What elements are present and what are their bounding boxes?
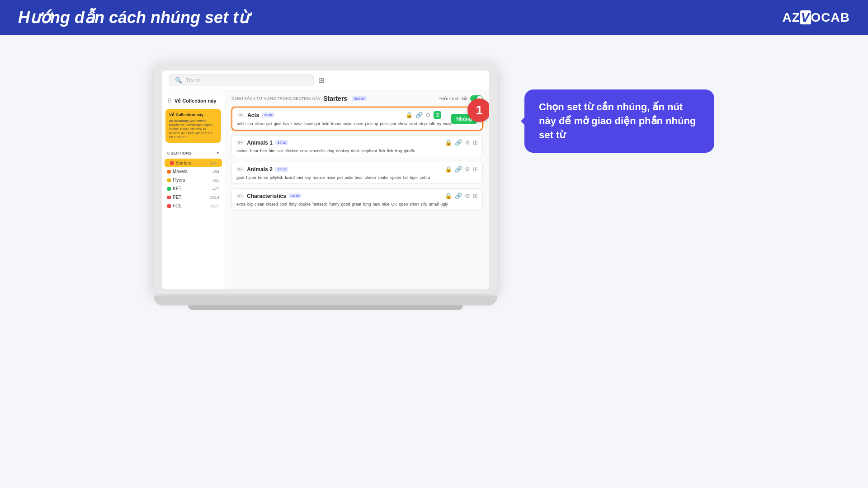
tooltip-container: Chọn set từ cần nhúng, ấn nút này để mở …	[524, 89, 714, 153]
settings-icon-characteristics[interactable]: ⚙	[465, 192, 470, 199]
section-header-name: Starters	[323, 95, 347, 102]
word-tag: hold	[322, 122, 330, 126]
word-tag: open	[354, 122, 363, 126]
word-count-animals2: 16 từ	[275, 167, 288, 172]
word-tags-characteristics: extra big clean closed cool dirty double…	[236, 202, 478, 206]
embed-icon-characteristics[interactable]: ⊞	[473, 192, 478, 199]
laptop-screen-outer: 🔍 Tra từ ... ⊞ ⠿ Về Collection này Về Co…	[154, 62, 497, 294]
card-icons-characteristics: 🔒 🔗 ⚙ ⊞	[445, 192, 478, 199]
word-tags-animals2: goat hippo horse jellyfish lizard monkey…	[236, 175, 478, 180]
word-set-card-animals2: 0+ Animals 2 16 từ 🔒 🔗 ⚙ ⊞	[231, 162, 483, 184]
level-badge-animals2: 0+	[236, 167, 244, 172]
word-tag: tiger	[410, 175, 418, 180]
word-tag: tail	[403, 175, 409, 180]
share-icon-acts[interactable]: 🔗	[415, 112, 423, 118]
word-tag: bird	[269, 149, 276, 153]
share-icon-animals2[interactable]: 🔗	[455, 166, 462, 173]
word-tag: frog	[395, 149, 402, 153]
lock-icon-characteristics[interactable]: 🔒	[445, 192, 452, 199]
word-tag: monkey	[297, 175, 311, 180]
word-tag: open	[399, 202, 408, 206]
word-count-characteristics: 20 từ	[289, 193, 302, 198]
card-title-row-characteristics: 0+ Characteristics 20 từ	[236, 193, 302, 199]
section-count-pet: 2014	[210, 195, 219, 200]
settings-icon-animals2[interactable]: ⚙	[465, 166, 470, 173]
header: Hướng dẫn cách nhúng set từ AZVOCAB	[0, 0, 868, 35]
section-movers[interactable]: Movers 484	[162, 167, 225, 176]
card-title-animals1: Animals 1	[247, 140, 273, 146]
section-count-flyers: 561	[212, 178, 219, 183]
word-tag: snake	[377, 175, 388, 180]
sections-label: 6 SECTIONS	[167, 151, 192, 155]
word-tag: horse	[258, 175, 269, 180]
section-header-row: DANH SÁCH TỪ VỰNG TRONG SECTION NÀY Star…	[231, 95, 483, 102]
word-tag: bear	[250, 149, 259, 153]
word-tag: try	[437, 122, 441, 126]
word-tag: double	[298, 202, 311, 206]
section-fce[interactable]: FCE 2571	[162, 202, 225, 210]
word-tag: new	[373, 202, 380, 206]
share-icon-animals1[interactable]: 🔗	[455, 139, 462, 146]
word-tag: fish	[379, 149, 385, 153]
word-tag: bee	[260, 149, 267, 153]
word-set-card-characteristics: 0+ Characteristics 20 từ 🔒 🔗 ⚙ ⊞	[231, 188, 483, 211]
laptop-screen: 🔍 Tra từ ... ⊞ ⠿ Về Collection này Về Co…	[162, 70, 489, 289]
collection-card-title: Về Collection này	[169, 113, 217, 117]
lock-icon-acts[interactable]: 🔒	[406, 112, 413, 118]
word-tag: cat	[278, 149, 283, 153]
search-box[interactable]: 🔍 Tra từ ...	[169, 74, 314, 86]
word-tag: nice	[382, 202, 390, 206]
word-tag: give	[274, 122, 282, 126]
lock-icon-animals1[interactable]: 🔒	[445, 139, 452, 146]
settings-icon-animals1[interactable]: ⚙	[465, 139, 470, 146]
word-tag: elephant	[361, 149, 377, 153]
word-tag: OK	[391, 202, 397, 206]
chevron-icon: ▾	[217, 150, 219, 156]
word-tag: crocodile	[309, 149, 326, 153]
word-tag: start	[409, 122, 417, 126]
logo-az: AZ	[783, 10, 800, 24]
tooltip-bubble: Chọn set từ cần nhúng, ấn nút này để mở …	[524, 89, 714, 153]
settings-icon-acts[interactable]: ⚙	[425, 112, 431, 118]
word-tag: fantastic	[312, 202, 328, 206]
section-pet[interactable]: PET 2014	[162, 193, 225, 202]
search-icon: 🔍	[175, 77, 182, 84]
word-tag: stop	[419, 122, 427, 126]
section-name-ket: KET	[173, 186, 181, 191]
section-badge: 554 từ	[352, 96, 367, 101]
section-dot-starters	[170, 161, 174, 165]
section-ket[interactable]: KET 427	[162, 184, 225, 193]
sections-header: 6 SECTIONS ▾	[162, 147, 225, 159]
word-tag: zebra	[420, 175, 430, 180]
word-tag: good	[341, 202, 350, 206]
section-count-fce: 2571	[210, 204, 219, 208]
share-icon-characteristics[interactable]: 🔗	[455, 192, 462, 199]
card-header-animals2: 0+ Animals 2 16 từ 🔒 🔗 ⚙ ⊞	[236, 166, 478, 173]
word-tag: funny	[330, 202, 340, 206]
card-title-characteristics: Characteristics	[247, 193, 286, 199]
section-count-ket: 427	[212, 187, 219, 191]
section-dot-pet	[167, 196, 171, 199]
section-flyers[interactable]: Flyers 561	[162, 176, 225, 184]
word-tag: have	[283, 122, 292, 126]
word-tag: fish	[387, 149, 393, 153]
laptop-mockup: 🔍 Tra từ ... ⊞ ⠿ Về Collection này Về Co…	[154, 62, 497, 310]
lock-icon-animals2[interactable]: 🔒	[445, 166, 452, 173]
section-dot-movers	[167, 170, 171, 174]
embed-icon-acts[interactable]: ⊞	[434, 111, 441, 119]
word-tag: duck	[351, 149, 359, 153]
embed-icon-animals2[interactable]: ⊞	[473, 166, 478, 173]
embed-icon-animals1[interactable]: ⊞	[473, 139, 478, 146]
sidebar-collection-title: Về Collection này	[175, 98, 217, 104]
step-number-badge: 1	[467, 99, 489, 122]
card-title-row-animals1: 0+ Animals 1 16 từ	[236, 140, 288, 146]
search-placeholder: Tra từ ...	[186, 77, 207, 84]
card-header-animals1: 0+ Animals 1 16 từ 🔒 🔗 ⚙ ⊞	[236, 139, 478, 146]
level-badge-acts: 0+	[237, 113, 245, 117]
word-tag: small	[429, 202, 439, 206]
page-title: Hướng dẫn cách nhúng set từ	[18, 8, 249, 27]
word-tag: jellyfish	[270, 175, 283, 180]
level-badge-characteristics: 0+	[236, 193, 244, 198]
section-starters[interactable]: Starters 554	[165, 159, 222, 167]
sidebar-title-row: ⠿ Về Collection này	[162, 96, 225, 109]
